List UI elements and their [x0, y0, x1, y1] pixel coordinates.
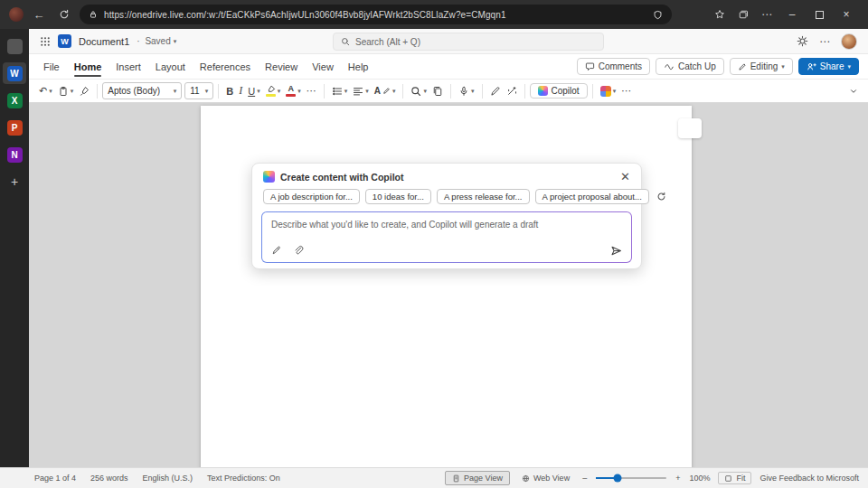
tab-references[interactable]: References: [193, 55, 258, 79]
tab-layout[interactable]: Layout: [148, 55, 193, 79]
document-canvas[interactable]: Create content with Copilot ✕ A job desc…: [29, 103, 868, 467]
chevron-down-icon: ▾: [174, 88, 177, 94]
tab-file[interactable]: File: [36, 55, 67, 79]
compose-pen-icon[interactable]: [271, 245, 282, 256]
fit-button[interactable]: Fit: [718, 472, 751, 484]
settings-gear-icon[interactable]: [797, 35, 808, 47]
tab-view[interactable]: View: [305, 55, 341, 79]
maximize-icon: [816, 11, 824, 19]
maximize-button[interactable]: [807, 4, 832, 25]
font-color-button[interactable]: A ▾: [283, 83, 304, 99]
web-view-button[interactable]: Web View: [518, 472, 573, 484]
send-prompt-button[interactable]: [610, 245, 622, 257]
tab-home[interactable]: Home: [67, 55, 109, 79]
tab-help[interactable]: Help: [341, 55, 376, 79]
chevron-down-icon: ▾: [365, 88, 369, 94]
address-bar[interactable]: https://onedrive.live.com/:w:/t/EaCKkPs6…: [80, 5, 672, 24]
chip-press-release[interactable]: A press release for...: [437, 189, 530, 204]
send-icon: [610, 245, 622, 257]
attach-paperclip-icon[interactable]: [293, 245, 304, 256]
find-button[interactable]: ▾: [408, 84, 429, 99]
paste-button[interactable]: ▾: [55, 84, 77, 99]
margin-comment-card[interactable]: [678, 118, 702, 138]
share-button[interactable]: Share ▾: [798, 58, 859, 75]
word-logo[interactable]: W: [58, 34, 71, 48]
tab-insert[interactable]: Insert: [108, 55, 148, 79]
zoom-slider[interactable]: [596, 477, 666, 479]
copilot-button[interactable]: Copilot: [530, 83, 588, 99]
word-count[interactable]: 256 words: [90, 474, 128, 483]
sidebar-item-powerpoint[interactable]: P: [3, 117, 26, 138]
catch-up-button[interactable]: Catch Up: [656, 58, 724, 75]
zoom-out-button[interactable]: –: [581, 472, 588, 484]
minimize-button[interactable]: –: [779, 4, 805, 25]
copilot-close-button[interactable]: ✕: [620, 171, 630, 183]
tracking-shield-icon[interactable]: [653, 10, 663, 20]
refresh-button[interactable]: [54, 5, 74, 24]
editing-mode-button[interactable]: Editing ▾: [730, 58, 793, 75]
search-icon: [410, 86, 421, 97]
zoom-level[interactable]: 100%: [689, 474, 710, 483]
refresh-suggestions-button[interactable]: [655, 192, 666, 202]
sidebar-item-excel[interactable]: X: [3, 89, 26, 111]
page-view-label: Page View: [464, 474, 503, 483]
font-more-button[interactable]: ⋯: [304, 83, 319, 99]
search-input[interactable]: Search (Alt + Q): [333, 33, 604, 51]
font-size-select[interactable]: 11 ▾: [184, 82, 213, 99]
collapse-ribbon-button[interactable]: [846, 85, 861, 98]
styles-button[interactable]: A ▾: [372, 84, 399, 98]
add-app-button[interactable]: +: [11, 174, 18, 189]
highlight-color-button[interactable]: ▾: [263, 83, 284, 99]
dictate-button[interactable]: ▾: [456, 84, 477, 99]
tab-review[interactable]: Review: [258, 55, 305, 79]
save-status-label: Saved: [145, 36, 170, 46]
document-page[interactable]: [201, 106, 692, 467]
chip-job-description[interactable]: A job description for...: [263, 189, 360, 204]
favorites-button[interactable]: [709, 5, 731, 24]
copilot-dialog-header: Create content with Copilot ✕: [252, 164, 641, 186]
chip-ten-ideas[interactable]: 10 ideas for...: [365, 189, 431, 204]
comments-button[interactable]: Comments: [577, 58, 650, 75]
designer-button[interactable]: ▾: [598, 84, 619, 99]
format-painter-button[interactable]: [76, 84, 92, 99]
sidebar-item-office[interactable]: [3, 35, 26, 57]
chip-project-proposal[interactable]: A project proposal about...: [535, 189, 649, 204]
sidebar-item-word[interactable]: W: [3, 62, 26, 84]
zoom-in-button[interactable]: +: [675, 472, 681, 484]
bold-button[interactable]: B: [223, 84, 236, 99]
editor-button[interactable]: [487, 84, 504, 99]
bullet-list-button[interactable]: ▾: [329, 84, 351, 99]
close-button[interactable]: ×: [834, 4, 859, 25]
styles-brush-icon: [382, 87, 391, 95]
document-title[interactable]: Document1: [79, 36, 129, 47]
italic-button[interactable]: I: [236, 82, 245, 99]
toolbar-more-button[interactable]: ⋯: [618, 83, 634, 99]
feedback-link[interactable]: Give Feedback to Microsoft: [760, 474, 859, 483]
zoom-slider-thumb[interactable]: [613, 474, 621, 483]
browser-more-button[interactable]: ⋯: [756, 5, 778, 24]
underline-button[interactable]: U▾: [245, 84, 262, 99]
waffle-menu-icon[interactable]: [40, 36, 51, 47]
page-view-button[interactable]: Page View: [445, 471, 510, 485]
header-more-button[interactable]: ⋯: [819, 35, 830, 48]
reading-view-button[interactable]: [429, 84, 446, 99]
line-spacing-button[interactable]: ▾: [350, 84, 372, 99]
collections-button[interactable]: [732, 5, 754, 24]
auto-rewrite-button[interactable]: [504, 84, 520, 99]
page-count[interactable]: Page 1 of 4: [34, 474, 76, 483]
copilot-prompt-input[interactable]: Describe what you'd like to create, and …: [261, 211, 632, 263]
sidebar-item-onenote[interactable]: N: [3, 144, 26, 165]
magic-wand-icon: [506, 86, 517, 97]
font-name-select[interactable]: Aptos (Body) ▾: [102, 82, 182, 99]
save-status[interactable]: · Saved▾: [137, 36, 176, 46]
text-predictions-toggle[interactable]: Text Predictions: On: [207, 474, 280, 483]
language-indicator[interactable]: English (U.S.): [143, 474, 193, 483]
undo-button[interactable]: ↶▾: [36, 83, 55, 99]
user-avatar[interactable]: [841, 33, 857, 50]
app-profile-icon[interactable]: [9, 7, 24, 22]
italic-icon: I: [239, 84, 242, 98]
back-button[interactable]: ←: [29, 5, 49, 24]
divider: [524, 84, 525, 99]
chevron-down-icon: ▾: [278, 88, 281, 94]
share-label: Share: [820, 61, 844, 71]
